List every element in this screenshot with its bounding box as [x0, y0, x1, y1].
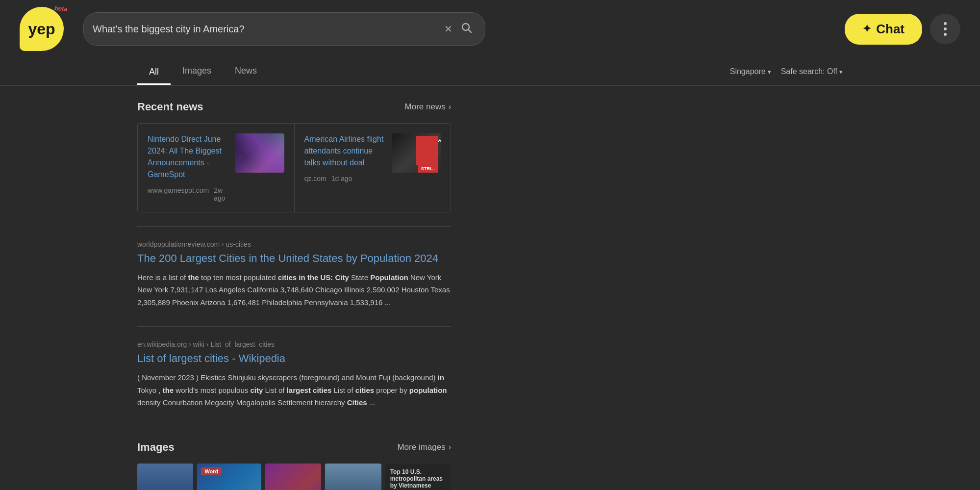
- news-item-2-thumbnail: AMERICAN FLIGHT ATTEN... READ TO STRI...: [392, 133, 441, 173]
- result-2-snippet: ( November 2023 ) Ekistics Shinjuku skys…: [137, 371, 451, 409]
- svg-line-1: [469, 30, 472, 33]
- more-images-arrow-icon: ›: [449, 443, 451, 452]
- divider-3: [137, 427, 451, 427]
- news-item-2-meta: qz.com 1d ago: [304, 175, 384, 182]
- tab-all[interactable]: All: [137, 59, 171, 85]
- safe-search-chevron-icon: ▾: [839, 68, 843, 76]
- news-item-1-meta: www.gamespot.com 2w ago: [148, 186, 227, 202]
- images-grid: Word New York is... Top 10 U.S. metropol…: [137, 464, 451, 490]
- result-2-title[interactable]: List of largest cities - Wikipedia: [137, 351, 451, 366]
- divider-2: [137, 326, 451, 327]
- recent-news-header: Recent news More news ›: [137, 101, 451, 113]
- region-chevron-icon: ▾: [768, 68, 771, 76]
- header: yep beta ✕ ✦ Chat: [0, 0, 980, 58]
- nav-filters: Singapore ▾ Safe search: Off ▾: [730, 67, 843, 76]
- region-label: Singapore: [730, 67, 766, 76]
- more-news-label: More news: [405, 102, 446, 112]
- result-2: en.wikipedia.org › wiki › List_of_larges…: [137, 340, 451, 409]
- news-item-2[interactable]: American Airlines flight attendants cont…: [295, 124, 451, 212]
- safe-search-filter[interactable]: Safe search: Off ▾: [781, 67, 843, 76]
- image-tile-5[interactable]: Top 10 U.S. metropolitan areas by Vietna…: [385, 464, 451, 490]
- tab-news[interactable]: News: [223, 58, 269, 85]
- news-item-2-source: qz.com: [304, 175, 327, 182]
- safe-search-label: Safe search: Off: [781, 67, 837, 76]
- news-item-1-source: www.gamespot.com: [148, 186, 209, 202]
- news-item-1[interactable]: Nintendo Direct June 2024: All The Bigge…: [138, 124, 295, 212]
- divider-1: [137, 226, 451, 227]
- chat-button[interactable]: ✦ Chat: [845, 14, 922, 45]
- menu-dot-3: [944, 33, 947, 36]
- more-images-label: More images: [397, 442, 445, 452]
- more-news-link[interactable]: More news ›: [405, 102, 451, 112]
- news-item-2-time: 1d ago: [331, 175, 352, 182]
- search-input[interactable]: [93, 24, 440, 35]
- logo-text: yep: [28, 20, 55, 38]
- news-item-1-content: Nintendo Direct June 2024: All The Bigge…: [148, 133, 227, 202]
- menu-dot-2: [944, 27, 947, 30]
- news-item-2-content: American Airlines flight attendants cont…: [304, 133, 384, 182]
- news-item-1-time: 2w ago: [214, 186, 227, 202]
- tab-images[interactable]: Images: [171, 58, 223, 85]
- news-item-1-thumbnail: [235, 133, 284, 173]
- search-bar-container: ✕: [83, 12, 485, 46]
- header-right: ✦ Chat: [845, 14, 960, 45]
- nav-tabs: All Images News Singapore ▾ Safe search:…: [0, 58, 980, 86]
- recent-news-title: Recent news: [137, 101, 203, 113]
- beta-label: beta: [54, 4, 68, 13]
- result-1-snippet: Here is a list of the top ten most popul…: [137, 271, 451, 309]
- images-section-title: Images: [137, 441, 175, 454]
- result-1-url: worldpopulationreview.com › us-cities: [137, 240, 451, 248]
- menu-button[interactable]: [930, 14, 960, 44]
- sparkle-icon: ✦: [862, 23, 871, 35]
- clear-button[interactable]: ✕: [440, 21, 456, 37]
- news-item-2-title[interactable]: American Airlines flight attendants cont…: [304, 133, 384, 169]
- more-news-arrow-icon: ›: [449, 103, 451, 111]
- image-2-label: Word: [201, 467, 222, 475]
- logo-bubble: yep: [20, 7, 64, 51]
- search-button[interactable]: [456, 20, 476, 38]
- images-section-header: Images More images ›: [137, 441, 451, 454]
- result-1: worldpopulationreview.com › us-cities Th…: [137, 240, 451, 309]
- images-section: Images More images › Word New York is...: [137, 441, 451, 490]
- region-filter[interactable]: Singapore ▾: [730, 67, 771, 76]
- image-tile-2[interactable]: Word: [197, 464, 261, 490]
- menu-dot-1: [944, 22, 947, 25]
- news-grid: Nintendo Direct June 2024: All The Bigge…: [137, 123, 451, 212]
- more-images-link[interactable]: More images ›: [397, 442, 451, 452]
- image-5-title: Top 10 U.S. metropolitan areas by Vietna…: [390, 468, 446, 490]
- result-2-url: en.wikipedia.org › wiki › List_of_larges…: [137, 340, 451, 348]
- image-tile-3[interactable]: New York is...: [265, 464, 321, 490]
- search-bar: ✕: [83, 12, 485, 46]
- result-1-title[interactable]: The 200 Largest Cities in the United Sta…: [137, 251, 451, 266]
- chat-button-label: Chat: [876, 22, 905, 37]
- main-content: Recent news More news › Nintendo Direct …: [0, 86, 588, 490]
- image-tile-1[interactable]: [137, 464, 193, 490]
- image-tile-4[interactable]: [325, 464, 381, 490]
- news-item-1-title[interactable]: Nintendo Direct June 2024: All The Bigge…: [148, 133, 227, 181]
- logo[interactable]: yep beta: [20, 7, 64, 51]
